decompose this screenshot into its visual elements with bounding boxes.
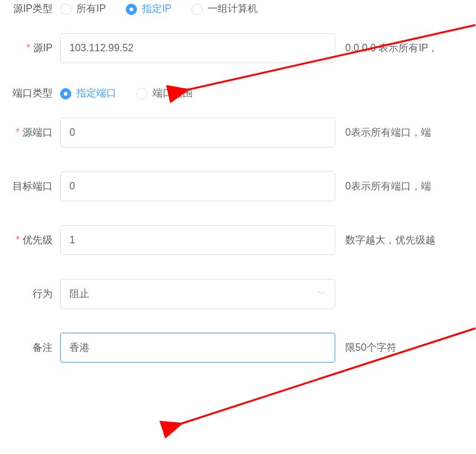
hint-remark: 限50个字符 [345, 341, 397, 355]
chevron-down-icon: ﹀ [317, 288, 326, 300]
radio-port-range[interactable]: 端口范围 [136, 87, 193, 100]
radio-label: 指定IP [142, 3, 171, 16]
radio-group-computers[interactable]: 一组计算机 [191, 3, 258, 16]
radio-label: 所有IP [76, 3, 106, 16]
remark-input[interactable] [60, 333, 335, 363]
radio-specific-port[interactable]: 指定端口 [60, 87, 116, 100]
radio-label: 指定端口 [76, 87, 116, 100]
label-remark: 备注 [0, 341, 60, 355]
hint-target-port: 0表示所有端口，端 [345, 180, 431, 193]
radio-dot-icon [136, 88, 148, 99]
radio-label: 端口范围 [153, 87, 193, 100]
action-value: 阻止 [69, 288, 89, 301]
radio-dot-icon [60, 4, 71, 15]
radio-all-ip[interactable]: 所有IP [60, 3, 106, 16]
hint-priority: 数字越大，优先级越 [345, 234, 435, 247]
radio-specific-ip[interactable]: 指定IP [126, 3, 171, 16]
label-source-port: 源端口 [0, 126, 60, 139]
radio-dot-icon [191, 4, 203, 15]
radio-label: 一组计算机 [208, 3, 258, 16]
hint-source-ip: 0.0.0.0 表示所有IP， [345, 42, 438, 55]
label-port-type: 端口类型 [0, 87, 60, 100]
hint-source-port: 0表示所有端口，端 [345, 126, 431, 139]
radio-dot-icon [126, 4, 137, 15]
action-select[interactable]: 阻止 ﹀ [60, 279, 335, 309]
label-action: 行为 [0, 288, 60, 301]
source-port-input[interactable] [60, 118, 335, 148]
radio-dot-icon [60, 88, 71, 99]
label-priority: 优先级 [0, 234, 60, 247]
priority-input[interactable] [60, 225, 335, 255]
label-source-ip-type: 源IP类型 [0, 3, 60, 16]
target-port-input[interactable] [60, 171, 335, 201]
label-source-ip: 源IP [0, 42, 60, 55]
label-target-port: 目标端口 [0, 180, 60, 193]
source-ip-input[interactable] [60, 33, 335, 63]
